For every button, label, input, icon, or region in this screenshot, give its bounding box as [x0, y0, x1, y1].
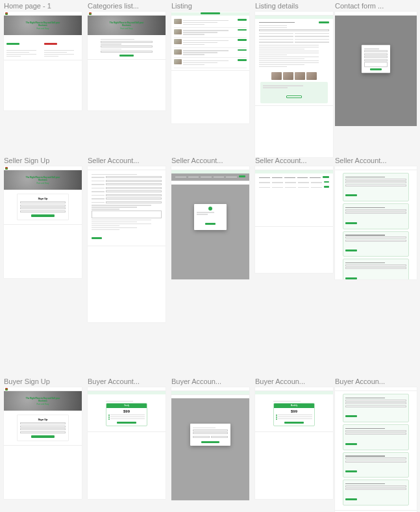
select-plan-button[interactable]	[284, 422, 304, 424]
artboard[interactable]: Categories list...The Right Place to Buy…	[88, 1, 166, 110]
artboard-thumbnail[interactable]	[335, 12, 417, 126]
artboard[interactable]: Seller Account...	[88, 156, 166, 322]
form-input[interactable]	[364, 51, 388, 53]
artboard-thumbnail[interactable]	[335, 166, 417, 279]
form-input[interactable]	[345, 267, 406, 269]
form-input[interactable]	[193, 429, 228, 431]
artboard-thumbnail[interactable]: The Right Place to Buy and Sell yourBusi…	[4, 166, 82, 278]
form-input[interactable]	[345, 488, 406, 490]
form-input[interactable]	[345, 485, 406, 487]
table-row[interactable]	[259, 181, 329, 185]
view-button[interactable]	[238, 19, 247, 21]
save-button[interactable]	[345, 277, 357, 279]
artboard-title[interactable]: Listing details	[255, 1, 333, 10]
form-input[interactable]	[193, 432, 228, 434]
send-button[interactable]	[370, 69, 382, 71]
artboard-title[interactable]: Categories list...	[88, 1, 166, 10]
pay-button[interactable]	[201, 441, 219, 444]
listing-item[interactable]	[174, 38, 247, 48]
submit-button[interactable]	[92, 237, 102, 239]
artboard-title[interactable]: Seller Account...	[171, 156, 249, 165]
artboard-title[interactable]: Seller Account...	[88, 156, 166, 165]
form-input[interactable]	[101, 41, 153, 43]
form-input[interactable]	[106, 201, 162, 203]
view-button[interactable]	[238, 49, 247, 51]
form-input[interactable]	[345, 240, 406, 242]
signup-button[interactable]	[31, 435, 55, 438]
artboard-title[interactable]: Listing	[171, 1, 249, 10]
description-textarea[interactable]	[92, 211, 162, 218]
save-button[interactable]	[345, 470, 357, 472]
artboard-title[interactable]: Buyer Sign Up	[4, 377, 82, 386]
view-button[interactable]	[238, 59, 247, 61]
listing-item[interactable]	[174, 18, 247, 28]
form-input[interactable]	[20, 207, 66, 209]
save-button[interactable]	[345, 415, 357, 417]
form-input[interactable]	[106, 198, 162, 199]
gallery-image[interactable]	[271, 72, 282, 80]
artboard-thumbnail[interactable]: Yearly$99	[88, 387, 166, 499]
form-input[interactable]	[106, 176, 162, 178]
form-input[interactable]	[364, 57, 388, 58]
form-input[interactable]	[364, 59, 388, 61]
artboard-thumbnail[interactable]	[171, 166, 249, 279]
ok-button[interactable]	[205, 223, 216, 225]
form-input[interactable]	[345, 212, 406, 214]
cta-button-alt[interactable]	[44, 43, 57, 45]
artboard-thumbnail[interactable]: Monthly$99	[255, 387, 333, 499]
save-button[interactable]	[345, 443, 357, 445]
contact-button[interactable]	[319, 21, 329, 23]
artboard[interactable]: Contact form ...	[335, 1, 417, 126]
add-button[interactable]	[323, 176, 329, 178]
listing-item[interactable]	[174, 58, 247, 68]
artboard[interactable]: Buyer Sign UpThe Right Place to Buy and …	[4, 377, 82, 499]
artboard[interactable]: Seller Account...	[255, 156, 333, 273]
form-input[interactable]	[345, 181, 406, 183]
artboard[interactable]: Buyer Accoun...	[171, 377, 249, 500]
form-input[interactable]	[101, 51, 153, 53]
artboard[interactable]: Listing details	[255, 1, 333, 157]
artboard[interactable]: Listing	[171, 1, 249, 123]
header-cta[interactable]	[201, 12, 220, 14]
artboard[interactable]: Seller Sign UpThe Right Place to Buy and…	[4, 156, 82, 278]
artboard-title[interactable]: Buyer Accoun...	[255, 377, 333, 386]
artboard-title[interactable]: Home page - 1	[4, 1, 82, 10]
artboard-title[interactable]: Contact form ...	[335, 1, 417, 10]
form-input[interactable]	[345, 264, 406, 266]
gallery-image[interactable]	[295, 72, 305, 80]
form-input[interactable]	[106, 187, 162, 189]
form-input[interactable]	[106, 180, 162, 182]
form-input[interactable]	[20, 431, 66, 433]
save-button[interactable]	[345, 194, 357, 196]
gallery-image[interactable]	[306, 72, 317, 80]
form-input[interactable]	[20, 201, 66, 203]
artboard-title[interactable]: Seller Sign Up	[4, 156, 82, 165]
action-button[interactable]	[239, 175, 245, 177]
artboard[interactable]: Home page - 1The Right Place to Buy and …	[4, 1, 82, 110]
save-button[interactable]	[345, 222, 357, 224]
artboard[interactable]: Buyer Accoun...	[335, 377, 417, 512]
cta-button[interactable]	[6, 43, 19, 45]
select-plan-button[interactable]	[117, 422, 136, 424]
form-input[interactable]	[193, 436, 210, 438]
message-textarea[interactable]	[364, 62, 388, 68]
edit-button[interactable]	[324, 181, 329, 183]
form-input[interactable]	[345, 405, 406, 407]
form-input[interactable]	[106, 190, 162, 192]
artboard[interactable]: Seller Account...	[335, 156, 417, 279]
form-input[interactable]	[364, 53, 388, 55]
artboard-title[interactable]: Seller Account...	[255, 156, 333, 165]
cta-banner-button[interactable]	[286, 96, 302, 98]
form-input[interactable]	[20, 422, 66, 424]
artboard-thumbnail[interactable]	[335, 387, 417, 512]
edit-button[interactable]	[324, 186, 329, 188]
form-input[interactable]	[345, 179, 406, 181]
form-input[interactable]	[20, 211, 66, 212]
artboard-thumbnail[interactable]	[255, 12, 333, 157]
view-button[interactable]	[238, 39, 247, 41]
listing-item[interactable]	[174, 28, 247, 38]
save-button[interactable]	[345, 498, 357, 500]
form-input[interactable]	[345, 402, 406, 404]
table-row[interactable]	[259, 186, 329, 189]
form-input[interactable]	[211, 436, 228, 438]
